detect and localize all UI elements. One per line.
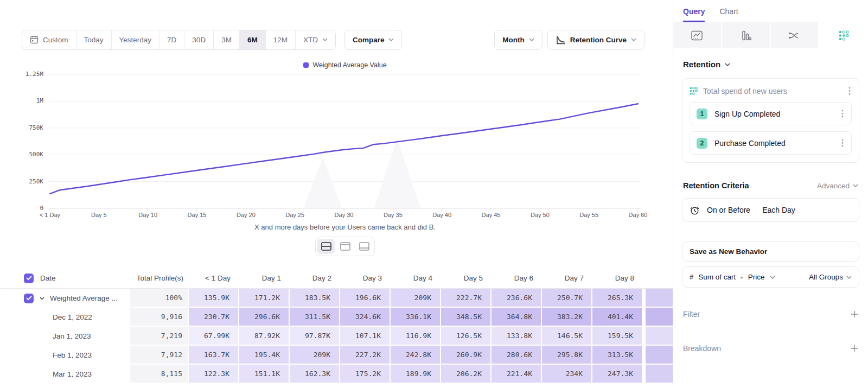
chart-controls: Month Retention Curve — [494, 30, 644, 50]
funnels-report-tab[interactable] — [722, 22, 771, 48]
retention-value-cell: 183.5K — [290, 289, 340, 308]
column-header: Day 6 — [492, 268, 542, 288]
layout-toggle-wrap — [49, 237, 641, 256]
row-label-cell[interactable]: Jan 1, 2023 — [0, 327, 130, 346]
x-axis-tick: Day 60 — [629, 212, 648, 218]
filter-section: Filter — [683, 310, 858, 319]
table-only-view-button[interactable] — [355, 239, 373, 254]
report-main-panel: Custom Today Yesterday 7D 30D 3M 6M 12M … — [0, 0, 673, 388]
y-axis-tick: 250K — [0, 178, 43, 185]
retention-criteria-title: Retention Criteria — [683, 181, 817, 190]
retention-value-cell: 135.9K — [189, 289, 239, 308]
chevron-down-icon — [770, 276, 775, 279]
x-axis-tick: Day 50 — [531, 212, 550, 218]
range-7d[interactable]: 7D — [159, 30, 184, 49]
retention-value-cell: 313.5K — [592, 346, 643, 365]
compare-button[interactable]: Compare — [344, 30, 403, 50]
range-yesterday[interactable]: Yesterday — [112, 30, 160, 49]
breadcrumb-arrow-icon: ▸ — [741, 275, 743, 280]
x-axis-tick: Day 25 — [285, 212, 304, 218]
column-header: Day 8 — [592, 268, 643, 288]
legend-swatch — [303, 62, 309, 68]
retention-value-cell: 222.7K — [441, 289, 492, 308]
x-axis-tick: Day 40 — [432, 212, 451, 218]
retention-value-cell: 146.5K — [542, 327, 592, 346]
column-header: Total Profile(s) — [130, 268, 189, 288]
checkbox-checked[interactable] — [24, 273, 34, 283]
range-today[interactable]: Today — [76, 30, 112, 49]
chart-type-dropdown[interactable]: Retention Curve — [547, 30, 644, 50]
row-label-cell[interactable]: Dec 1, 2022 — [0, 308, 130, 327]
retention-value-cell: 383.2K — [542, 308, 592, 327]
range-custom[interactable]: Custom — [22, 30, 76, 49]
total-profiles-cell: 7,912 — [130, 346, 189, 365]
legend-label: Weighted Average Value — [312, 61, 386, 69]
retention-value-cell: 227.2K — [340, 346, 391, 365]
x-axis-tick: Day 35 — [384, 212, 403, 218]
kebab-menu-icon[interactable] — [840, 109, 845, 119]
behavior-card: Total spend of new users 1 Sign Up Compl… — [682, 78, 859, 163]
table-row: Weighted Average ...100%135.9K171.2K183.… — [0, 289, 673, 308]
criteria-condition[interactable]: On or Before — [707, 206, 750, 214]
row-label-cell[interactable]: Mar 1, 2023 — [0, 365, 130, 384]
range-xtd[interactable]: XTD — [296, 30, 335, 49]
kebab-menu-icon[interactable] — [847, 86, 852, 96]
column-header[interactable]: Date — [0, 268, 130, 288]
retention-value-cell-clipped — [643, 327, 673, 346]
split-view-button[interactable] — [317, 239, 335, 254]
chevron-down-icon[interactable] — [40, 297, 44, 300]
save-as-new-behavior-button[interactable]: Save as New Behavior — [682, 241, 859, 262]
x-axis-tick: Day 10 — [138, 212, 157, 218]
retention-value-cell: 67.99K — [189, 327, 239, 346]
retention-value-cell: 401.4K — [592, 308, 643, 327]
column-header: < 1 Day — [189, 268, 239, 288]
range-12m[interactable]: 12M — [266, 30, 296, 49]
behavior-step-1[interactable]: 1 Sign Up Completed — [690, 102, 852, 125]
criteria-unit[interactable]: Each Day — [762, 206, 795, 214]
range-30d[interactable]: 30D — [184, 30, 214, 49]
retention-value-cell: 295.8K — [542, 346, 592, 365]
y-axis: 0250K500K750K1M1.25M — [0, 72, 43, 213]
measure-event-label: Sum of cart — [698, 273, 736, 281]
numeric-property-icon: # — [690, 273, 693, 281]
range-3m[interactable]: 3M — [214, 30, 240, 49]
row-label-cell[interactable]: Weighted Average ... — [0, 289, 130, 308]
tab-query[interactable]: Query — [683, 7, 705, 22]
retention-dots-icon — [839, 30, 849, 41]
behavior-step-2[interactable]: 2 Purchase Completed — [690, 131, 852, 155]
chart-legend[interactable]: Weighted Average Value — [49, 61, 641, 69]
y-axis-tick: 0 — [0, 205, 43, 212]
retention-curve-chart: 0250K500K750K1M1.25M < 1 DayDay 5Day 10D… — [0, 72, 673, 234]
retention-value-cell: 189.9K — [391, 365, 441, 384]
retention-value-cell: 175.2K — [340, 365, 391, 384]
flows-report-tab[interactable] — [771, 22, 820, 48]
tab-chart[interactable]: Chart — [719, 7, 738, 22]
all-groups-dropdown[interactable]: All Groups — [809, 273, 852, 281]
behavior-card-header[interactable]: Total spend of new users — [690, 86, 852, 96]
insights-report-tab[interactable] — [673, 22, 722, 48]
chart-only-view-button[interactable] — [336, 239, 354, 254]
query-builder-sidebar: Query Chart Retention Total spend of new… — [673, 0, 868, 388]
criteria-condition-card[interactable]: On or Before Each Day — [682, 198, 859, 222]
breakdown-label: Breakdown — [683, 344, 721, 353]
retention-value-cell: 364.8K — [492, 308, 542, 327]
table-header-row: DateTotal Profile(s)< 1 DayDay 1Day 2Day… — [0, 268, 673, 289]
kebab-menu-icon[interactable] — [840, 138, 845, 148]
measure-selector[interactable]: # Sum of cart ▸ Price All Groups — [682, 266, 859, 288]
retention-value-cell: 242.8K — [391, 346, 441, 365]
retention-value-cell: 206.2K — [441, 365, 492, 384]
range-6m[interactable]: 6M — [240, 30, 266, 49]
row-label-cell[interactable]: Feb 1, 2023 — [0, 346, 130, 365]
advanced-dropdown[interactable]: Advanced — [817, 182, 858, 190]
retention-value-cell: 336.1K — [391, 308, 441, 327]
checkbox-checked[interactable] — [24, 294, 34, 303]
retention-value-cell: 236.6K — [492, 289, 542, 308]
chevron-down-icon — [322, 38, 328, 41]
retention-report-tab[interactable] — [819, 22, 868, 48]
add-breakdown-icon[interactable] — [851, 345, 858, 352]
line-plot[interactable] — [49, 72, 641, 213]
retention-section-heading[interactable]: Retention — [683, 60, 858, 69]
retention-value-cell: 250.7K — [542, 289, 592, 308]
granularity-dropdown[interactable]: Month — [494, 30, 542, 50]
add-filter-icon[interactable] — [851, 310, 858, 318]
